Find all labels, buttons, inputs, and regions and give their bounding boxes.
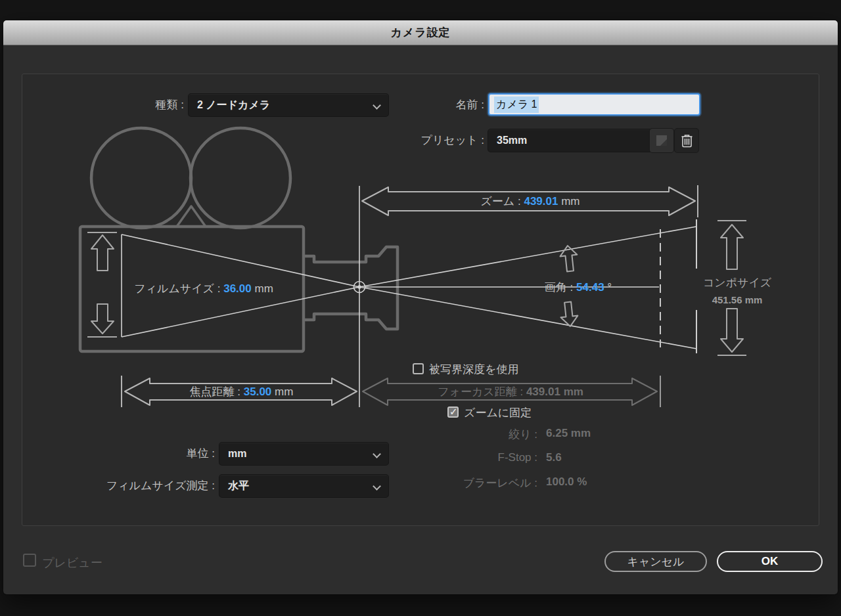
focus-distance-value: 439.01 mm (526, 385, 583, 398)
aperture-label: 絞り : (394, 427, 537, 442)
delete-preset-button[interactable] (675, 129, 698, 152)
units-value: mm (228, 448, 246, 460)
zoom-readout: ズーム : 439.01 mm (366, 194, 694, 209)
focal-length-label: 焦点距離 : (190, 385, 240, 398)
fstop-label: F-Stop : (394, 451, 537, 464)
lock-to-zoom-label[interactable]: ズームに固定 (464, 405, 532, 420)
chevron-down-icon (374, 483, 380, 490)
screen: カメラ設定 (0, 0, 841, 616)
dialog-title: カメラ設定 (390, 25, 450, 40)
cancel-button[interactable]: キャンセル (604, 551, 707, 572)
trash-icon (681, 134, 693, 148)
zoom-unit: mm (561, 195, 580, 208)
focus-distance-readout: フォーカス距離 : 439.01 mm (366, 384, 655, 399)
preset-value: 35mm (497, 135, 527, 146)
aperture-value: 6.25 mm (546, 427, 591, 440)
preset-label: プリセット : (368, 129, 484, 152)
dialog-titlebar[interactable]: カメラ設定 (3, 20, 838, 45)
camera-type-dropdown[interactable]: 2 ノードカメラ (189, 94, 388, 116)
film-size-readout: フィルムサイズ : 36.00 mm (99, 281, 309, 296)
preview-checkbox[interactable] (23, 554, 36, 567)
film-size-unit: mm (254, 282, 273, 295)
focus-distance-label: フォーカス距離 : (438, 385, 523, 398)
units-dropdown[interactable]: mm (219, 443, 388, 465)
blur-level-value: 100.0 % (546, 475, 587, 489)
blur-level-label: ブラーレベル : (394, 475, 537, 491)
preview-label[interactable]: プレビュー (42, 555, 102, 571)
use-dof-label[interactable]: 被写界深度を使用 (429, 362, 518, 377)
focal-length-unit: mm (275, 385, 293, 398)
fstop-value: 5.6 (546, 451, 562, 464)
zoom-label: ズーム : (480, 195, 520, 208)
focal-length-value[interactable]: 35.00 (244, 385, 272, 398)
camera-type-value: 2 ノードカメラ (197, 99, 270, 112)
film-measure-dropdown[interactable]: 水平 (219, 475, 388, 497)
film-size-value[interactable]: 36.00 (223, 282, 252, 295)
save-preset-button[interactable] (650, 129, 673, 152)
view-angle-value[interactable]: 54.43 (576, 281, 604, 294)
film-measure-value: 水平 (228, 479, 249, 493)
view-angle-label: 画角 : (545, 281, 573, 294)
film-size-label: フィルムサイズ : (134, 282, 220, 295)
comp-size-value: 451.56 mm (691, 294, 783, 305)
focal-length-readout: 焦点距離 : 35.00 mm (128, 384, 355, 399)
use-dof-checkbox[interactable] (413, 363, 424, 374)
save-preset-icon (655, 134, 668, 147)
chevron-down-icon (374, 102, 380, 109)
camera-name-value: カメラ 1 (494, 97, 539, 113)
units-label: 単位 : (70, 443, 215, 465)
name-label: 名前 : (381, 94, 484, 116)
zoom-value[interactable]: 439.01 (524, 195, 558, 208)
chevron-down-icon (374, 451, 380, 458)
view-angle-unit: ° (607, 281, 612, 294)
lock-to-zoom-checkbox[interactable] (447, 407, 459, 418)
camera-name-input[interactable]: カメラ 1 (488, 93, 700, 116)
film-measure-label: フィルムサイズ測定 : (70, 475, 215, 497)
view-angle-readout: 画角 : 54.43 ° (519, 280, 637, 295)
ok-button[interactable]: OK (717, 551, 823, 572)
comp-size-label: コンポサイズ (691, 275, 783, 290)
preset-dropdown[interactable]: 35mm (488, 129, 668, 152)
type-label: 種類 : (53, 94, 184, 116)
